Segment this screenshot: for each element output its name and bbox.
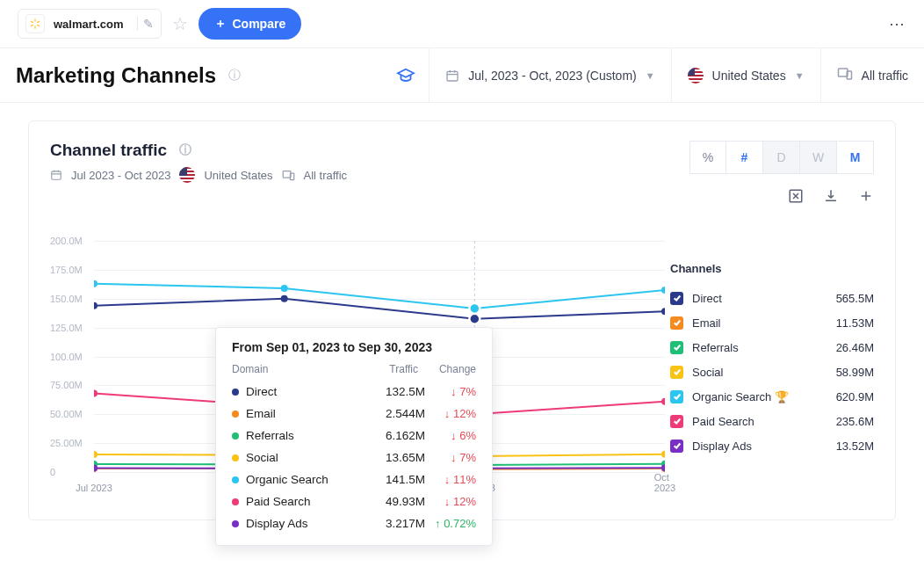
calendar-icon (445, 69, 459, 83)
tooltip-title: From Sep 01, 2023 to Sep 30, 2023 (232, 340, 476, 354)
legend-swatch (670, 390, 683, 403)
tooltip-change: ↓ 12% (425, 495, 476, 508)
tooltip-change: ↑ 0.72% (425, 517, 476, 530)
legend-swatch (670, 341, 683, 354)
card-title: Channel traffic ⓘ (50, 141, 347, 160)
trophy-icon: 🏆 (775, 390, 789, 403)
tooltip-traffic: 13.65M (364, 451, 425, 464)
tooltip-name: Paid Search (246, 495, 364, 508)
legend-swatch (670, 316, 683, 330)
svg-point-31 (281, 285, 288, 292)
tooltip-traffic: 49.93M (364, 495, 425, 508)
legend-row[interactable]: Direct565.5M (670, 286, 874, 310)
us-flag-icon (179, 167, 195, 183)
tooltip-row: Social13.65M↓ 7% (232, 447, 476, 469)
tooltip-traffic: 6.162M (364, 429, 425, 442)
seg-month[interactable]: M (837, 141, 874, 174)
tooltip-dot (232, 389, 239, 396)
x-axis-tick: Jul 2023 (76, 483, 112, 493)
legend-row[interactable]: Referrals26.46M (670, 335, 874, 360)
country-filter[interactable]: United States ▼ (671, 48, 820, 103)
date-range-filter[interactable]: Jul, 2023 - Oct, 2023 (Custom) ▼ (429, 48, 670, 103)
sub-date: Jul 2023 - Oct 2023 (71, 169, 170, 182)
legend-row[interactable]: Organic Search🏆620.9M (670, 384, 874, 409)
tooltip-row: Direct132.5M↓ 7% (232, 381, 476, 403)
tooltip-row: Referrals6.162M↓ 6% (232, 425, 476, 447)
tooltip-row: Display Ads3.217M↑ 0.72% (232, 512, 476, 534)
page-title: Marketing Channels (9, 63, 223, 88)
sub-devices: All traffic (304, 169, 348, 182)
devices-filter[interactable]: All traffic (820, 48, 924, 103)
tooltip-dot (232, 411, 239, 418)
info-icon[interactable]: ⓘ (179, 142, 191, 158)
y-axis-tick: 75.00M (50, 380, 83, 390)
y-axis-tick: 175.0M (50, 265, 83, 275)
legend-row[interactable]: Social58.99M (670, 360, 874, 384)
svg-point-17 (661, 308, 665, 315)
plus-icon: ＋ (214, 16, 227, 32)
y-axis-tick: 25.00M (50, 438, 83, 448)
education-icon[interactable] (383, 66, 429, 85)
download-icon[interactable] (823, 188, 839, 207)
tooltip-name: Email (246, 407, 364, 420)
seg-day[interactable]: D (763, 141, 800, 174)
info-icon[interactable]: ⓘ (228, 68, 241, 84)
card-title-text: Channel traffic (50, 141, 167, 160)
svg-rect-5 (37, 25, 40, 27)
seg-percent[interactable]: % (689, 141, 726, 174)
tooltip-dot (232, 454, 239, 461)
tooltip-header: Domain Traffic Change (232, 363, 476, 375)
add-icon[interactable] (858, 188, 874, 207)
legend-title: Channels (670, 262, 874, 275)
chart-tooltip: From Sep 01, 2023 to Sep 30, 2023 Domain… (215, 327, 493, 546)
legend-value: 26.46M (836, 341, 874, 354)
tooltip-name: Display Ads (246, 517, 364, 530)
legend-value: 13.52M (836, 440, 874, 453)
channel-traffic-card: Channel traffic ⓘ Jul 2023 - Oct 2023 Un… (28, 120, 896, 520)
star-icon[interactable]: ☆ (172, 13, 188, 34)
sub-country: United States (204, 169, 272, 182)
compare-button[interactable]: ＋ Compare (199, 8, 301, 40)
tooltip-traffic: 2.544M (364, 407, 425, 420)
domain-chip[interactable]: walmart.com ✎ (18, 9, 162, 39)
chevron-down-icon: ▼ (646, 70, 655, 81)
svg-rect-3 (31, 25, 34, 27)
y-axis-tick: 0 (50, 467, 55, 477)
y-axis-tick: 150.0M (50, 294, 83, 304)
export-excel-icon[interactable] (788, 188, 804, 207)
legend-row[interactable]: Display Ads13.52M (670, 433, 874, 458)
legend-swatch (670, 415, 683, 428)
legend-row[interactable]: Paid Search235.6M (670, 409, 874, 433)
svg-rect-7 (838, 69, 848, 76)
tooltip-name: Referrals (246, 429, 364, 442)
edit-icon[interactable]: ✎ (137, 17, 154, 31)
svg-point-16 (469, 314, 480, 324)
tooltip-row: Organic Search141.5M↓ 11% (232, 469, 476, 490)
svg-rect-10 (283, 171, 291, 178)
legend-label: Paid Search (692, 415, 754, 428)
seg-hash[interactable]: # (726, 141, 763, 174)
tooltip-dot (232, 476, 239, 483)
svg-point-15 (281, 295, 288, 302)
tooltip-change: ↓ 7% (425, 451, 476, 464)
svg-rect-1 (34, 25, 35, 29)
more-menu-icon[interactable]: ⋯ (889, 14, 906, 33)
legend-label: Organic Search (692, 390, 771, 403)
legend-label: Referrals (692, 341, 739, 354)
tooltip-change: ↓ 6% (425, 429, 476, 442)
tooltip-col-traffic: Traffic (357, 363, 418, 375)
svg-point-30 (94, 280, 97, 287)
devices-label: All traffic (862, 69, 908, 83)
svg-point-37 (661, 398, 665, 405)
svg-rect-4 (31, 21, 34, 24)
tooltip-row: Email2.544M↓ 12% (232, 403, 476, 425)
country-label: United States (712, 69, 786, 83)
y-axis-tick: 100.0M (50, 352, 83, 362)
legend-value: 58.99M (836, 366, 874, 379)
seg-week[interactable]: W (800, 141, 837, 174)
svg-point-14 (94, 302, 97, 309)
tooltip-change: ↓ 7% (425, 385, 476, 398)
tooltip-traffic: 132.5M (364, 385, 425, 398)
legend-row[interactable]: Email11.53M (670, 310, 874, 335)
tooltip-name: Direct (246, 385, 364, 398)
